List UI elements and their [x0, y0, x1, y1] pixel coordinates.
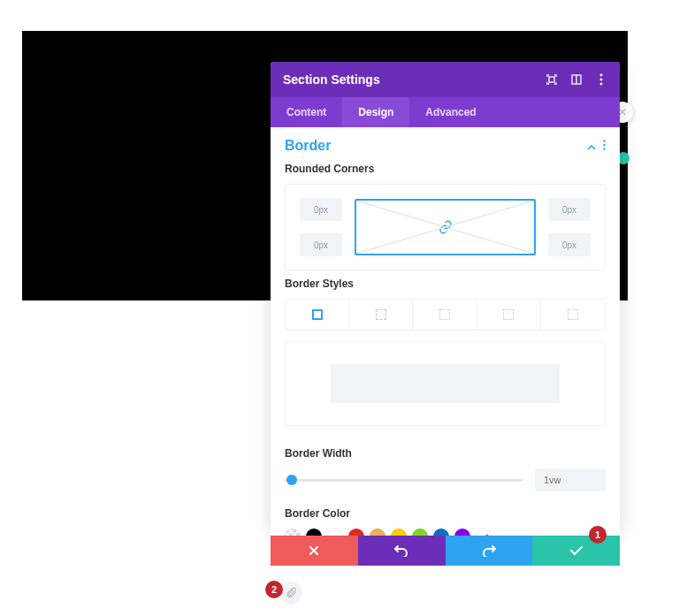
svg-point-8: [603, 148, 605, 149]
border-preview-inner: [331, 364, 561, 403]
swatch-purple[interactable]: [454, 529, 470, 536]
section-header: Border: [285, 138, 606, 154]
border-style-options: [285, 299, 606, 331]
section-controls: [587, 138, 606, 154]
border-style-dashed[interactable]: [349, 300, 413, 330]
callout-badge-1: 1: [589, 526, 607, 544]
redo-button[interactable]: [446, 536, 533, 566]
svg-point-7: [603, 144, 605, 146]
color-swatches: [285, 529, 606, 536]
swatch-white[interactable]: [327, 529, 343, 536]
tab-advanced[interactable]: Advanced: [409, 97, 492, 127]
columns-icon[interactable]: [570, 73, 583, 86]
corner-top-right[interactable]: 0px: [548, 198, 591, 221]
border-styles-label: Border Styles: [285, 278, 606, 290]
svg-point-3: [600, 74, 603, 77]
rounded-corners-control: 0px 0px 0px 0px: [285, 184, 606, 270]
section-title: Border: [285, 138, 331, 154]
attachment-fab[interactable]: [279, 582, 302, 605]
settings-panel: Section Settings Content Design Advanced…: [271, 62, 620, 536]
header-icons: [545, 73, 607, 86]
panel-title: Section Settings: [283, 72, 380, 87]
border-width-value[interactable]: 1vw: [535, 468, 606, 491]
undo-button[interactable]: [358, 536, 446, 566]
panel-content: Border Rounded Corners 0px 0px 0px 0px B…: [271, 127, 620, 536]
panel-footer: [271, 536, 620, 566]
border-width-label: Border Width: [285, 447, 606, 460]
corner-top-left[interactable]: 0px: [300, 198, 342, 221]
swatch-transparent[interactable]: [285, 529, 301, 536]
swatch-red[interactable]: [348, 529, 364, 536]
panel-header: Section Settings: [271, 62, 620, 97]
swatch-yellow[interactable]: [391, 529, 407, 536]
tab-content[interactable]: Content: [271, 97, 342, 127]
corner-bottom-left[interactable]: 0px: [300, 233, 342, 256]
tab-design[interactable]: Design: [342, 97, 409, 127]
section-kebab-icon[interactable]: [603, 138, 606, 154]
cancel-button[interactable]: [271, 536, 358, 566]
border-style-none[interactable]: [541, 300, 605, 330]
border-color-label: Border Color: [285, 507, 606, 520]
swatch-black[interactable]: [306, 529, 322, 536]
border-width-slider[interactable]: [285, 474, 523, 486]
swatch-blue[interactable]: [433, 529, 449, 536]
corner-link-preview[interactable]: [355, 199, 536, 255]
svg-point-6: [603, 140, 605, 141]
corner-bottom-right[interactable]: 0px: [548, 233, 591, 256]
border-style-dotted[interactable]: [413, 300, 477, 330]
svg-point-5: [600, 83, 603, 86]
swatch-none[interactable]: [476, 529, 492, 536]
swatch-green[interactable]: [412, 529, 428, 536]
collapse-icon[interactable]: [587, 138, 596, 154]
rounded-corners-label: Rounded Corners: [285, 163, 606, 175]
paperclip-icon: [285, 587, 297, 599]
border-style-solid[interactable]: [286, 300, 349, 330]
callout-badge-2: 2: [265, 581, 283, 598]
swatch-orange[interactable]: [370, 529, 385, 536]
svg-point-4: [600, 79, 603, 81]
tabs-bar: Content Design Advanced: [271, 97, 620, 127]
border-width-control: 1vw: [285, 468, 606, 491]
expand-icon[interactable]: [545, 73, 558, 86]
kebab-icon[interactable]: [595, 73, 607, 86]
save-button[interactable]: [532, 536, 620, 566]
border-preview: [285, 341, 606, 426]
svg-rect-0: [549, 77, 554, 82]
border-style-double[interactable]: [477, 300, 541, 330]
slider-thumb[interactable]: [286, 475, 297, 485]
